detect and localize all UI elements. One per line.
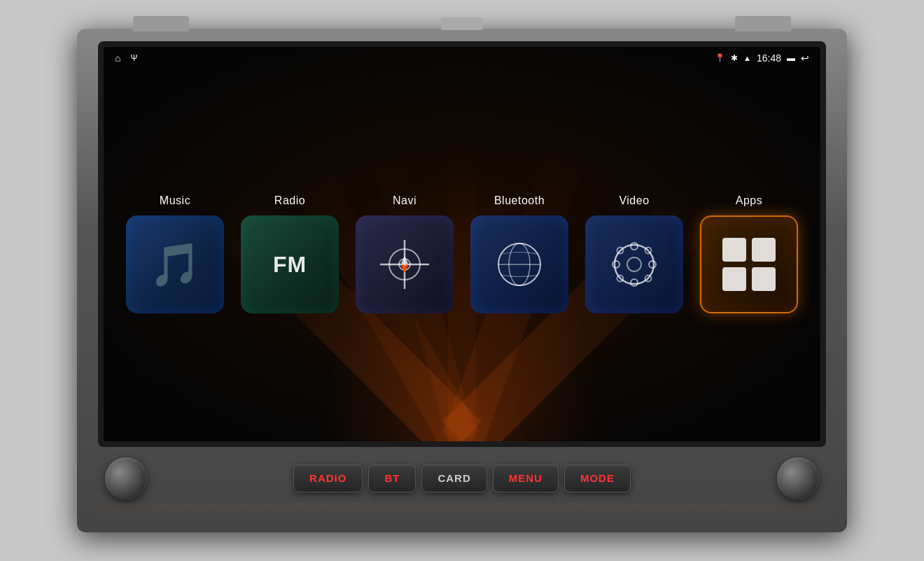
- menu-area: Music 🎵 Radio FM Navi: [104, 73, 820, 441]
- buttons-row: RADIO BT CARD MENU MODE: [293, 464, 631, 492]
- apps-label: Apps: [736, 194, 762, 207]
- music-icon: 🎵: [149, 240, 202, 290]
- bt-button[interactable]: BT: [368, 464, 416, 492]
- screen[interactable]: ⌂ Ψ 📍 ✱ ▲ 16:48 ▬ ↩ Music 🎵: [104, 47, 820, 441]
- apps-card[interactable]: [700, 215, 798, 313]
- svg-point-11: [631, 243, 638, 250]
- screen-bezel: ⌂ Ψ 📍 ✱ ▲ 16:48 ▬ ↩ Music 🎵: [98, 41, 826, 447]
- back-icon[interactable]: ↩: [801, 52, 809, 64]
- svg-point-10: [627, 257, 641, 271]
- menu-item-radio[interactable]: Radio FM: [241, 194, 339, 313]
- reflection: [98, 503, 826, 524]
- video-card[interactable]: [585, 215, 683, 313]
- mount-tab-center: [441, 17, 483, 30]
- bt-button-label: BT: [384, 472, 400, 484]
- video-label: Video: [619, 194, 649, 207]
- menu-item-music[interactable]: Music 🎵: [126, 194, 224, 313]
- svg-point-9: [615, 245, 654, 284]
- mount-tab-right: [735, 16, 791, 31]
- status-right-icons: 📍 ✱ ▲ 16:48 ▬ ↩: [715, 52, 809, 64]
- music-card[interactable]: 🎵: [126, 215, 224, 313]
- menu-button[interactable]: MENU: [493, 464, 559, 492]
- right-knob[interactable]: [777, 457, 819, 499]
- status-left-icons: ⌂ Ψ: [115, 52, 138, 64]
- menu-button-label: MENU: [509, 472, 542, 484]
- radio-label: Radio: [274, 194, 305, 207]
- card-button[interactable]: CARD: [421, 464, 486, 492]
- mode-button-label: MODE: [580, 472, 615, 484]
- svg-point-14: [649, 261, 656, 268]
- music-label: Music: [160, 194, 190, 207]
- fm-icon: FM: [273, 252, 307, 278]
- radio-card[interactable]: FM: [241, 215, 339, 313]
- navi-label: Navi: [393, 194, 416, 207]
- menu-item-navi[interactable]: Navi: [356, 194, 454, 313]
- apps-cell-1: [722, 238, 746, 262]
- left-knob[interactable]: [105, 457, 147, 499]
- radio-button[interactable]: RADIO: [293, 464, 363, 492]
- status-bar: ⌂ Ψ 📍 ✱ ▲ 16:48 ▬ ↩: [104, 47, 820, 69]
- menu-item-bluetooth[interactable]: Bluetooth: [470, 194, 568, 313]
- film-reel-icon: [606, 236, 662, 292]
- bluetooth-icon: ✱: [731, 53, 738, 63]
- location-icon: 📍: [715, 53, 725, 63]
- navi-card[interactable]: [356, 215, 454, 313]
- apps-cell-2: [752, 238, 776, 262]
- menu-item-video[interactable]: Video: [585, 194, 683, 313]
- apps-cell-4: [752, 267, 776, 291]
- radio-button-label: RADIO: [309, 472, 346, 484]
- svg-point-13: [612, 261, 620, 268]
- apps-cell-3: [722, 267, 746, 291]
- svg-point-12: [631, 279, 638, 286]
- mount-tabs-top: [77, 16, 847, 31]
- signal-icon: ▲: [743, 54, 751, 62]
- controls-bar: RADIO BT CARD MENU MODE: [98, 454, 826, 503]
- clock: 16:48: [757, 52, 781, 64]
- bluetooth-card[interactable]: [470, 215, 568, 313]
- card-button-label: CARD: [438, 472, 470, 484]
- menu-item-apps[interactable]: Apps: [700, 194, 798, 313]
- battery-icon: ▬: [787, 53, 795, 63]
- car-unit: ⌂ Ψ 📍 ✱ ▲ 16:48 ▬ ↩ Music 🎵: [77, 29, 847, 532]
- mount-tab-left: [133, 16, 189, 31]
- globe-icon: [491, 236, 547, 292]
- mode-button[interactable]: MODE: [564, 464, 631, 492]
- navi-icon: [377, 236, 433, 292]
- home-icon: ⌂: [115, 52, 120, 64]
- bluetooth-label: Bluetooth: [494, 194, 545, 207]
- apps-grid-icon: [720, 235, 778, 294]
- usb-icon: Ψ: [130, 53, 137, 63]
